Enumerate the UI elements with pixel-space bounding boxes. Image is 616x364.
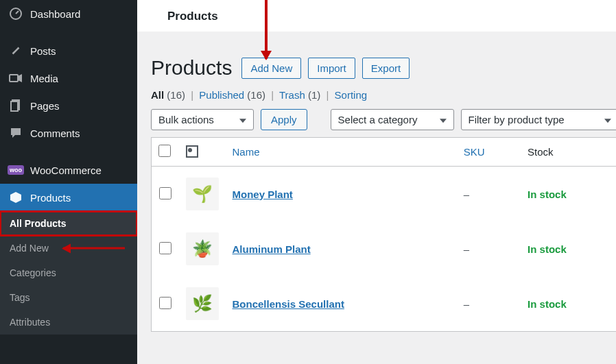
row-checkbox[interactable] xyxy=(159,187,171,199)
sidebar-item-products[interactable]: Products xyxy=(0,184,137,211)
filter-trash[interactable]: Trash (1) xyxy=(279,89,320,101)
annotation-arrow-icon xyxy=(265,0,268,59)
pin-icon xyxy=(8,44,23,58)
submenu-categories[interactable]: Categories xyxy=(0,260,137,285)
row-checkbox[interactable] xyxy=(159,297,171,309)
product-type-select[interactable]: Filter by product type xyxy=(461,109,616,130)
sidebar-item-media[interactable]: Media xyxy=(0,64,137,92)
sidebar-item-label: Pages xyxy=(30,100,60,112)
filter-all[interactable]: All xyxy=(151,89,164,101)
sidebar-item-label: Media xyxy=(30,73,58,84)
row-checkbox[interactable] xyxy=(159,242,171,254)
heading-row: Products Add New Import Export xyxy=(151,56,616,80)
product-name-link[interactable]: Money Plant xyxy=(233,189,293,200)
submenu-tags[interactable]: Tags xyxy=(0,285,137,310)
main-content: Products Products Add New Import Export … xyxy=(137,0,616,364)
add-new-button[interactable]: Add New xyxy=(241,58,301,79)
submenu-attributes[interactable]: Attributes xyxy=(0,310,137,335)
select-all-checkbox[interactable] xyxy=(158,145,171,157)
page-title: Products xyxy=(151,56,232,80)
products-icon xyxy=(8,191,23,204)
sidebar-item-woocommerce[interactable]: woo WooCommerce xyxy=(0,156,137,184)
product-stock: In stock xyxy=(521,221,616,276)
product-name-link[interactable]: Boncellensis Secullant xyxy=(233,298,344,310)
comments-icon xyxy=(8,126,23,140)
svg-rect-3 xyxy=(11,101,18,111)
submenu-add-new[interactable]: Add New xyxy=(0,236,137,260)
product-thumbnail[interactable]: 🪴 xyxy=(186,232,219,265)
filter-sorting[interactable]: Sorting xyxy=(335,89,368,101)
export-button[interactable]: Export xyxy=(362,58,410,79)
sidebar-item-label: Posts xyxy=(30,45,56,57)
product-stock: In stock xyxy=(521,167,616,222)
sidebar-item-posts[interactable]: Posts xyxy=(0,37,137,64)
import-button[interactable]: Import xyxy=(308,58,355,79)
screen-header: Products xyxy=(137,0,616,32)
actions-row: Bulk actions Apply Select a category Fil… xyxy=(151,109,616,130)
image-column-icon xyxy=(186,145,198,158)
sidebar-item-label: Comments xyxy=(30,128,80,139)
product-thumbnail[interactable]: 🌱 xyxy=(186,178,219,210)
bulk-actions-select[interactable]: Bulk actions xyxy=(151,109,254,130)
admin-sidebar: Dashboard Posts Media Pages Comments woo… xyxy=(0,0,137,364)
product-sku: – xyxy=(457,276,521,332)
status-filter-links: All (16) | Published (16) | Trash (1) | … xyxy=(151,89,616,101)
column-sku[interactable]: SKU xyxy=(457,138,521,167)
category-select[interactable]: Select a category xyxy=(331,109,454,130)
product-sku: – xyxy=(457,221,521,276)
media-icon xyxy=(8,71,23,85)
table-row: 🌿 Boncellensis Secullant – In stock xyxy=(152,276,617,332)
product-stock: In stock xyxy=(521,276,616,332)
table-row: 🪴 Aluminum Plant – In stock xyxy=(152,221,617,276)
sidebar-item-label: WooCommerce xyxy=(30,165,102,176)
apply-button[interactable]: Apply xyxy=(261,109,307,130)
products-table: Name SKU Stock 🌱 Money Plant – In stock … xyxy=(151,137,616,332)
annotation-arrow-icon xyxy=(63,247,125,250)
table-row: 🌱 Money Plant – In stock xyxy=(152,167,617,222)
submenu-all-products[interactable]: All Products xyxy=(0,211,137,236)
product-thumbnail[interactable]: 🌿 xyxy=(186,287,219,320)
column-name[interactable]: Name xyxy=(226,138,457,167)
column-stock: Stock xyxy=(521,138,616,167)
product-name-link[interactable]: Aluminum Plant xyxy=(233,243,311,255)
svg-rect-1 xyxy=(10,75,18,82)
woo-icon: woo xyxy=(8,163,23,177)
pages-icon xyxy=(8,99,23,112)
sidebar-item-comments[interactable]: Comments xyxy=(0,119,137,147)
sidebar-submenu: All Products Add New Categories Tags Att… xyxy=(0,211,137,335)
sidebar-item-label: Products xyxy=(30,192,71,204)
sidebar-item-label: Dashboard xyxy=(30,8,80,20)
filter-published[interactable]: Published (16) xyxy=(199,89,265,101)
sidebar-item-dashboard[interactable]: Dashboard xyxy=(0,0,137,27)
dashboard-icon xyxy=(8,7,23,21)
sidebar-item-pages[interactable]: Pages xyxy=(0,92,137,119)
product-sku: – xyxy=(457,167,521,222)
